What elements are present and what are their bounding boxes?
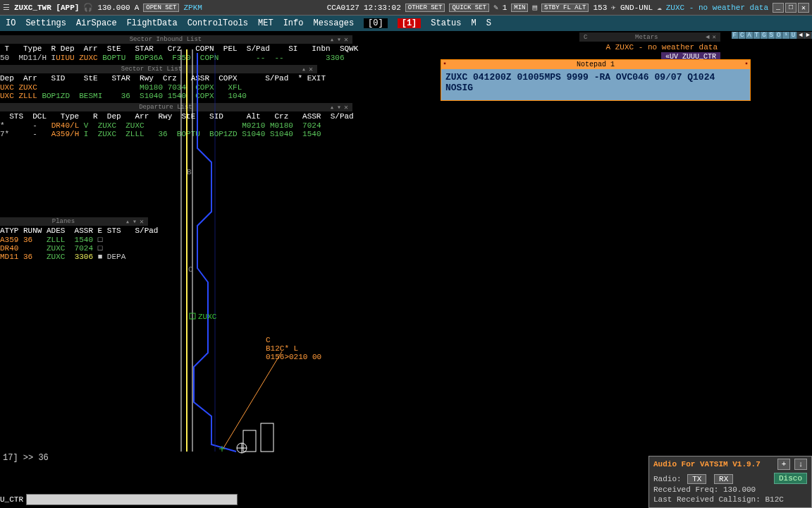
open-code: ZPKM bbox=[183, 4, 202, 12]
audio-down-button[interactable]: ↓ bbox=[794, 459, 807, 470]
metars-c[interactable]: C bbox=[582, 34, 589, 41]
fix-label[interactable]: ZUXC bbox=[198, 313, 216, 321]
window-title: ZUXC_TWR [APP] bbox=[14, 4, 79, 12]
rx-button[interactable]: RX bbox=[714, 474, 733, 484]
clock: 12:33:02 bbox=[364, 4, 401, 12]
marker-b: B bbox=[187, 168, 192, 176]
table-row[interactable]: MD11 36 ZUXC 3306 ■ DEPA bbox=[0, 253, 148, 261]
fcat-right[interactable]: ► bbox=[805, 32, 812, 39]
close-button[interactable]: ✕ bbox=[798, 3, 809, 13]
wx-icon[interactable]: ☁ bbox=[657, 3, 662, 12]
menu-m[interactable]: M bbox=[472, 18, 476, 28]
table-row[interactable]: A359 36 ZLLL 1540 □ bbox=[0, 236, 148, 244]
audio-title: Audio For VATSIM V1.9.7 bbox=[653, 460, 773, 468]
menu-messages[interactable]: Messages bbox=[313, 18, 354, 28]
stby-toggle[interactable]: STBY FL ALT bbox=[541, 4, 589, 12]
received-freq: Received Freq: 130.000 bbox=[653, 485, 807, 495]
pl-up[interactable]: ▴ bbox=[124, 217, 131, 226]
open-set-button[interactable]: OPEN SET bbox=[143, 4, 179, 12]
radar-scope[interactable]: ZUXC C B12C* L 0156>0210 00 B C bbox=[173, 49, 652, 459]
tx-button[interactable]: TX bbox=[687, 474, 706, 484]
metars-close[interactable]: ✕ bbox=[711, 33, 718, 41]
pl-close[interactable]: ✕ bbox=[138, 217, 145, 226]
input-label: U_CTR bbox=[0, 495, 23, 504]
menu-settings[interactable]: Settings bbox=[25, 18, 66, 28]
svg-rect-9 bbox=[261, 423, 273, 452]
tool-icon[interactable]: ✎ bbox=[493, 3, 498, 12]
weather-status: ZUXC - no weather data bbox=[666, 4, 768, 12]
command-echo: 17] >> 36 bbox=[0, 452, 51, 464]
notepad-close[interactable]: ▪ bbox=[744, 60, 749, 68]
layers-icon[interactable]: ▤ bbox=[532, 3, 537, 12]
menu-flightdata[interactable]: FlightData bbox=[127, 18, 178, 28]
heading: 153 bbox=[593, 4, 607, 12]
command-input[interactable] bbox=[26, 494, 238, 505]
pl-dn[interactable]: ▾ bbox=[131, 217, 138, 226]
compass-icon[interactable]: ✈ bbox=[611, 3, 616, 12]
table-row[interactable]: DR40 ZUXC 7024 □ bbox=[0, 244, 148, 253]
menu-controltools[interactable]: ControlTools bbox=[187, 18, 248, 28]
min-button[interactable]: MIN bbox=[511, 4, 528, 12]
sil-dn[interactable]: ▾ bbox=[336, 35, 343, 44]
audio-plus-button[interactable]: + bbox=[777, 459, 790, 470]
maximize-button[interactable]: □ bbox=[785, 3, 796, 13]
mode: A bbox=[135, 4, 140, 12]
frequency[interactable]: 130.000 bbox=[97, 4, 130, 12]
pl-cols: ATYP RUNW ADES ASSR E STS S/Pad bbox=[0, 226, 148, 236]
win-menu-icon[interactable]: ☰ bbox=[3, 3, 10, 12]
menu-io[interactable]: IO bbox=[6, 18, 16, 28]
menu-met[interactable]: MET bbox=[258, 18, 273, 28]
audio-panel: Audio For VATSIM V1.9.7 + ↓ Radio: TX RX… bbox=[648, 456, 812, 508]
track-tag[interactable]: C B12C* L 0156>0210 00 bbox=[266, 336, 321, 361]
headset-icon[interactable]: 🎧 bbox=[83, 3, 93, 12]
marker-c: C bbox=[188, 265, 193, 274]
other-set-button[interactable]: OTHER SET bbox=[405, 4, 445, 12]
menu-count1[interactable]: [1] bbox=[398, 18, 422, 28]
fcat-left[interactable]: ◄ bbox=[797, 32, 804, 39]
menu-status[interactable]: Status bbox=[431, 18, 461, 28]
metars-caret[interactable]: ◄ bbox=[704, 34, 710, 41]
scale: 1 bbox=[503, 4, 508, 12]
menu-info[interactable]: Info bbox=[283, 18, 304, 28]
menu-bar: IO Settings AirSpace FlightData ControlT… bbox=[0, 16, 812, 31]
minimize-button[interactable]: _ bbox=[773, 3, 784, 13]
planes-list: Planes▴▾✕ ATYP RUNW ADES ASSR E STS S/Pa… bbox=[0, 217, 148, 261]
radio-label: Radio: bbox=[653, 475, 682, 483]
sil-up[interactable]: ▴ bbox=[328, 35, 336, 44]
fcat-strip: FCATGSO¹U ◄ ► bbox=[732, 31, 812, 40]
sil-close[interactable]: ✕ bbox=[343, 35, 350, 44]
quick-set-button[interactable]: QUICK SET bbox=[449, 4, 489, 12]
metars-title: Metars bbox=[635, 34, 658, 41]
last-callsign: Last Received Callsign: B12C bbox=[653, 495, 807, 504]
disconnect-button[interactable]: Disco bbox=[774, 473, 807, 484]
callsign-cca: CCA0127 bbox=[327, 4, 359, 12]
command-input-row: U_CTR bbox=[0, 494, 238, 505]
alt-range: GND-UNL bbox=[620, 4, 653, 12]
menu-s[interactable]: S bbox=[486, 18, 491, 28]
menu-airspace[interactable]: AirSpace bbox=[76, 18, 117, 28]
title-bar: ☰ ZUXC_TWR [APP] 🎧 130.000 A OPEN SET ZP… bbox=[0, 0, 812, 16]
menu-count0[interactable]: [0] bbox=[364, 18, 388, 28]
